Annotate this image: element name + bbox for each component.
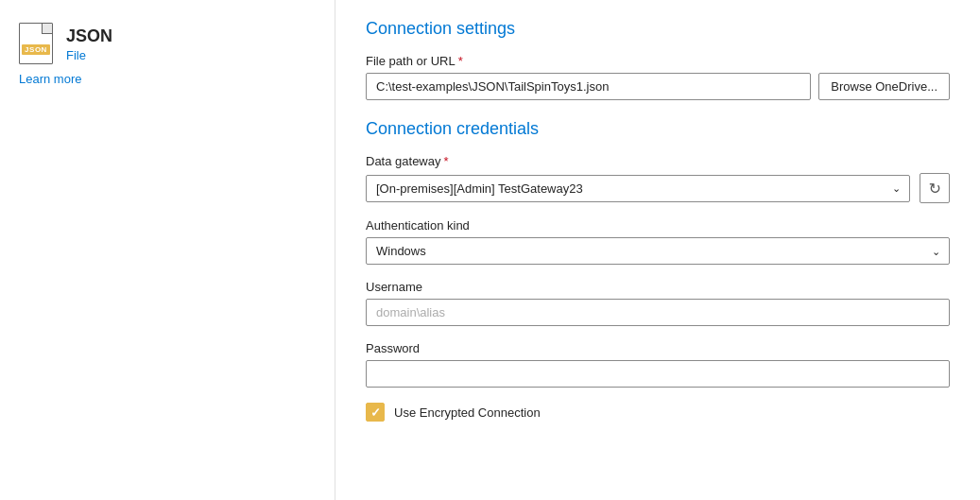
sidebar-title: JSON: [66, 26, 112, 46]
data-gateway-row: [On-premises][Admin] TestGateway23 ⌄ ↺: [366, 173, 950, 203]
username-label: Username: [366, 280, 950, 294]
use-encrypted-checkbox[interactable]: ✓: [366, 403, 385, 422]
main-content: Connection settings File path or URL * B…: [335, 0, 980, 500]
use-encrypted-row: ✓ Use Encrypted Connection: [366, 403, 950, 422]
connection-settings-title: Connection settings: [366, 19, 950, 39]
learn-more-link[interactable]: Learn more: [19, 72, 316, 86]
file-path-field-group: File path or URL * Browse OneDrive...: [366, 54, 950, 100]
file-path-required-star: *: [458, 54, 463, 68]
data-gateway-field-group: Data gateway * [On-premises][Admin] Test…: [366, 154, 950, 203]
sidebar-subtitle: File: [66, 48, 112, 62]
checkmark-icon: ✓: [370, 406, 381, 419]
file-path-row: Browse OneDrive...: [366, 73, 950, 100]
data-gateway-select[interactable]: [On-premises][Admin] TestGateway23: [366, 175, 910, 202]
file-path-input[interactable]: [366, 73, 811, 100]
use-encrypted-label: Use Encrypted Connection: [394, 405, 541, 420]
data-gateway-label: Data gateway *: [366, 154, 950, 168]
auth-kind-select-wrapper: Windows ⌄: [366, 237, 950, 265]
auth-kind-select[interactable]: Windows: [366, 237, 950, 265]
refresh-gateway-button[interactable]: ↺: [920, 173, 950, 203]
auth-kind-label: Authentication kind: [366, 218, 950, 233]
connection-credentials-title: Connection credentials: [366, 119, 950, 139]
auth-kind-field-group: Authentication kind Windows ⌄: [366, 218, 950, 265]
username-input[interactable]: [366, 299, 950, 326]
password-input[interactable]: [366, 360, 950, 388]
sidebar: JSON JSON File Learn more: [0, 0, 335, 500]
sidebar-header: JSON JSON File: [19, 23, 316, 64]
password-field-group: Password: [366, 341, 950, 388]
password-label: Password: [366, 341, 950, 355]
json-badge: JSON: [22, 44, 50, 55]
data-gateway-select-wrapper: [On-premises][Admin] TestGateway23 ⌄: [366, 175, 910, 202]
username-field-group: Username: [366, 280, 950, 326]
browse-onedrive-button[interactable]: Browse OneDrive...: [818, 73, 950, 100]
file-path-label: File path or URL *: [366, 54, 950, 68]
sidebar-title-group: JSON File: [66, 23, 112, 62]
json-file-icon: JSON: [19, 23, 53, 64]
refresh-icon: ↺: [929, 180, 941, 198]
data-gateway-required-star: *: [444, 154, 449, 168]
